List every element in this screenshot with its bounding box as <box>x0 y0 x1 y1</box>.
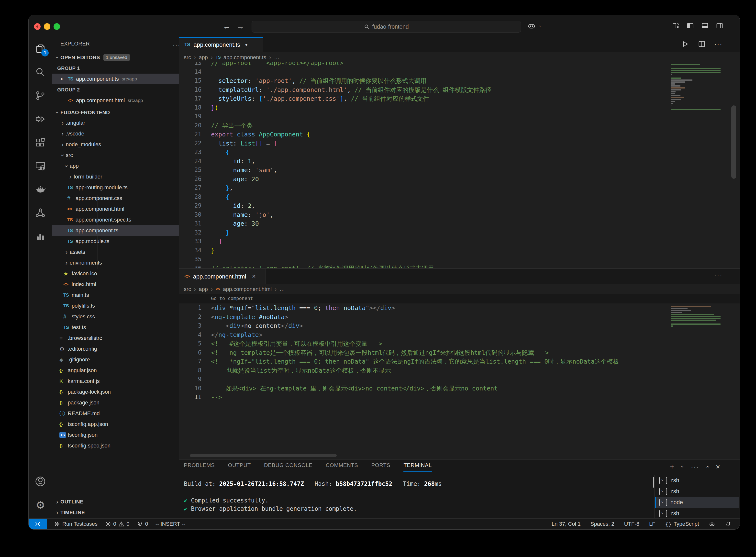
tab-app-component-ts[interactable]: TS app.component.ts ● <box>179 37 263 52</box>
timeline-section-header[interactable]: › TIMELINE <box>52 507 179 518</box>
panel-tab-debug-console[interactable]: DEBUG CONSOLE <box>264 462 313 472</box>
minimize-window-button[interactable] <box>44 23 50 30</box>
hscrollbar-bottom-editor[interactable] <box>190 454 337 457</box>
eol-setting[interactable]: LF <box>649 521 656 527</box>
tree-item-app-routing.module.ts[interactable]: TSapp-routing.module.ts <box>52 182 179 193</box>
more-actions-icon[interactable]: ··· <box>714 272 723 280</box>
tree-item-package-lock.json[interactable]: {}package-lock.json <box>52 387 179 397</box>
tree-item-.angular[interactable]: ›.angular <box>52 118 179 128</box>
activitybar-remote-explorer[interactable] <box>29 154 52 178</box>
cursor-position[interactable]: Ln 37, Col 1 <box>552 521 581 527</box>
tree-item-app.component.html[interactable]: <>app.component.html <box>52 204 179 214</box>
copilot-menu[interactable]: › <box>527 22 544 30</box>
tree-item-app.component.ts[interactable]: TSapp.component.ts <box>52 225 179 236</box>
scrollbar-top-editor[interactable] <box>731 106 736 179</box>
activitybar-extensions[interactable] <box>29 131 52 154</box>
maximize-panel-icon[interactable]: › <box>704 466 711 468</box>
tree-item-tsconfig.json[interactable]: TStsconfig.json <box>52 430 179 440</box>
run-testcases-button[interactable]: Run Testcases <box>54 521 97 527</box>
command-center-search[interactable]: fudao-frontend <box>252 21 521 32</box>
tree-item-app.module.ts[interactable]: TSapp.module.ts <box>52 236 179 247</box>
tree-item-app.component.spec.ts[interactable]: TSapp.component.spec.ts <box>52 214 179 225</box>
panel-tab-comments[interactable]: COMMENTS <box>326 462 358 472</box>
tree-item-.browserslistrc[interactable]: ≡.browserslistrc <box>52 333 179 344</box>
tree-item-.gitignore[interactable]: ◆.gitignore <box>52 354 179 365</box>
panel-tab-output[interactable]: OUTPUT <box>228 462 251 472</box>
tree-item-styles.css[interactable]: #styles.css <box>52 311 179 322</box>
tree-item-environments[interactable]: ›environments <box>52 258 179 268</box>
more-actions-icon[interactable]: ··· <box>714 40 723 48</box>
tree-item-assets[interactable]: ›assets <box>52 247 179 258</box>
tree-item-index.html[interactable]: <>index.html <box>52 279 179 290</box>
codelens-go-to-component[interactable]: Go to component <box>211 296 253 301</box>
indentation-setting[interactable]: Spaces: 2 <box>590 521 614 527</box>
code-editor-top[interactable]: 13// app-root <app-root></app-root>1415 … <box>179 62 739 268</box>
notifications-bell[interactable] <box>725 521 731 527</box>
tree-item-tsconfig.spec.json[interactable]: {}tsconfig.spec.json <box>52 440 179 451</box>
minimap-bottom[interactable] <box>671 306 723 327</box>
breadcrumb-more[interactable]: … <box>280 286 285 292</box>
open-editor-item-app-component-ts[interactable]: ● TS app.component.ts src/app <box>52 74 179 84</box>
close-panel-icon[interactable]: × <box>716 463 720 471</box>
activitybar-chart-extension[interactable] <box>29 225 52 248</box>
open-editors-header[interactable]: › OPEN EDITORS 1 unsaved <box>52 52 179 63</box>
open-editor-item-app-component-html[interactable]: <> app.component.html src/app <box>52 95 179 106</box>
vim-mode-indicator[interactable]: -- INSERT -- <box>155 521 185 527</box>
breadcrumb-item[interactable]: app <box>199 54 208 61</box>
tree-item-main.ts[interactable]: TSmain.ts <box>52 290 179 300</box>
customize-layout-icon[interactable] <box>672 22 679 30</box>
modified-dot-icon[interactable]: ● <box>245 42 248 47</box>
activitybar-run-debug[interactable] <box>29 107 52 131</box>
close-tab-icon[interactable]: × <box>252 273 256 280</box>
copilot-status[interactable] <box>709 521 715 527</box>
terminal-instance-zsh-3[interactable]: >_zsh <box>655 508 739 519</box>
tree-item-.editorconfig[interactable]: ⚙.editorconfig <box>52 344 179 354</box>
breadcrumb-bottom[interactable]: src› app› <> app.component.html› … <box>179 284 740 294</box>
activitybar-explorer[interactable]: 1 <box>29 37 52 60</box>
activitybar-kubernetes[interactable] <box>29 201 52 225</box>
close-window-button[interactable] <box>34 23 40 30</box>
nav-back-button[interactable]: ← <box>222 22 232 31</box>
tree-item-tsconfig.app.json[interactable]: {}tsconfig.app.json <box>52 419 179 430</box>
activitybar-search[interactable] <box>29 60 52 84</box>
terminal-instance-node-2[interactable]: >_node <box>655 497 739 508</box>
nav-forward-button[interactable]: → <box>235 22 245 31</box>
breadcrumb-item[interactable]: app <box>199 286 208 292</box>
new-terminal-icon[interactable]: + <box>670 463 674 471</box>
terminal-instance-zsh-1[interactable]: >_zsh <box>655 486 739 497</box>
tree-item-test.ts[interactable]: TStest.ts <box>52 322 179 333</box>
panel-tab-problems[interactable]: PROBLEMS <box>184 462 215 472</box>
tree-item-app.component.css[interactable]: #app.component.css <box>52 193 179 204</box>
tree-item-karma.conf.js[interactable]: Kkarma.conf.js <box>52 376 179 387</box>
tree-item-favicon.ico[interactable]: ★favicon.ico <box>52 268 179 279</box>
breadcrumb-top[interactable]: src› app› TS app.component.ts› … <box>179 52 740 62</box>
breadcrumb-item[interactable]: src <box>184 54 191 61</box>
panel-tab-terminal[interactable]: TERMINAL <box>403 462 432 472</box>
encoding-setting[interactable]: UTF-8 <box>624 521 639 527</box>
terminal-output[interactable]: Build at: 2025-01-26T21:16:58.747Z - Has… <box>184 480 442 513</box>
forwarded-ports-indicator[interactable]: 0 <box>137 521 148 527</box>
minimap-top[interactable] <box>671 64 723 111</box>
remote-indicator[interactable] <box>29 519 47 529</box>
modified-dot-icon[interactable]: ● <box>60 77 68 81</box>
maximize-window-button[interactable] <box>54 23 60 30</box>
tree-item-node_modules[interactable]: ›node_modules <box>52 139 179 150</box>
outline-section-header[interactable]: › OUTLINE <box>52 496 179 507</box>
panel-tab-ports[interactable]: PORTS <box>371 462 390 472</box>
project-root-header[interactable]: › FUDAO-FRONTEND <box>52 107 179 118</box>
toggle-sidebar-icon[interactable] <box>686 22 694 30</box>
tree-item-app[interactable]: ›app <box>52 160 179 171</box>
split-editor-icon[interactable] <box>698 40 706 48</box>
language-mode[interactable]: {} TypeScript <box>665 521 699 527</box>
code-editor-bottom[interactable]: 1<div *ngIf="list.length === 0; then noD… <box>179 303 739 459</box>
tree-item-.vscode[interactable]: ›.vscode <box>52 128 179 139</box>
activitybar-account[interactable] <box>29 470 52 493</box>
explorer-more-actions[interactable]: ··· <box>173 42 179 49</box>
activitybar-settings[interactable]: ⚙ <box>29 493 52 517</box>
breadcrumb-item[interactable]: src <box>184 286 191 292</box>
terminal-instance-zsh-0[interactable]: >_zsh <box>655 475 739 486</box>
toggle-secondary-sidebar-icon[interactable] <box>716 22 724 30</box>
run-file-icon[interactable] <box>681 40 689 48</box>
tree-item-package.json[interactable]: {}package.json <box>52 397 179 408</box>
tree-item-README.md[interactable]: ⓘREADME.md <box>52 408 179 419</box>
